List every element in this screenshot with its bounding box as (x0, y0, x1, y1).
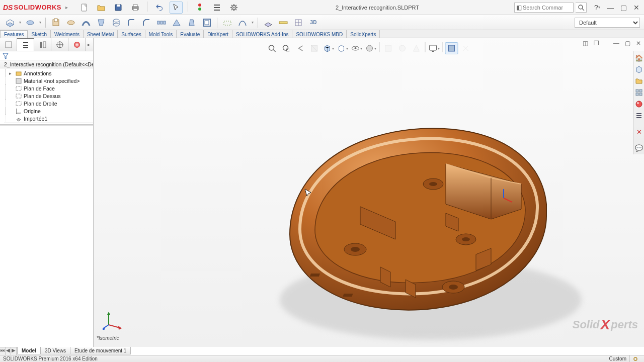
options-button[interactable] (227, 2, 240, 14)
section-view-button[interactable] (308, 42, 321, 54)
tree-node-right-plane[interactable]: Plan de Droite (4, 100, 93, 107)
tree-node-imported[interactable]: Importée1 (4, 115, 93, 122)
bottom-tab-motion-study[interactable]: Etude de mouvement 1 (70, 347, 131, 354)
doc-auto-arrange-button[interactable]: ◫ (580, 38, 591, 48)
swept-boss-button[interactable] (80, 17, 92, 29)
tree-node-annotations[interactable]: ▸Annotations (4, 69, 93, 77)
display-style-button[interactable]: ▾ (336, 42, 349, 54)
curve-button[interactable] (236, 17, 249, 29)
sw-resources-button[interactable]: 🏠 (634, 53, 644, 63)
tab-weldments[interactable]: Weldments (51, 30, 84, 38)
lofted-boss-button[interactable] (95, 17, 107, 29)
view-palette-button[interactable] (634, 87, 644, 98)
fm-tab-property-mgr[interactable] (34, 38, 51, 51)
sw-forum-button[interactable]: 💬 (634, 143, 644, 153)
configuration-selector[interactable]: Default (575, 18, 640, 28)
fm-tab-display[interactable] (0, 38, 17, 51)
rib-button[interactable] (171, 17, 183, 29)
isolate-button[interactable] (445, 42, 458, 54)
tab-mold-tools[interactable]: Mold Tools (145, 30, 177, 38)
solidworks-logo[interactable]: DS SOLIDWORKS (0, 0, 65, 15)
tree-node-origin[interactable]: Origine (4, 107, 93, 115)
measure-button[interactable] (277, 17, 289, 29)
tab-dimxpert[interactable]: DimXpert (204, 30, 232, 38)
tab-sw-addins[interactable]: SOLIDWORKS Add-Ins (232, 30, 292, 38)
tab-surfaces[interactable]: Surfaces (118, 30, 145, 38)
status-cog-button[interactable] (629, 355, 641, 363)
linear-pattern-button[interactable] (155, 17, 168, 29)
fm-tab-appearance[interactable] (68, 38, 86, 51)
logo-flyout-chevron-icon[interactable]: ▸ (65, 5, 70, 10)
select-tool-button[interactable] (170, 2, 183, 14)
window-close-button[interactable]: ✕ (631, 3, 642, 13)
reference-geom-button[interactable] (221, 17, 233, 29)
bottom-tab-model[interactable]: Model (17, 347, 41, 354)
fm-filter-button[interactable] (0, 51, 93, 60)
doc-close-button[interactable]: ✕ (633, 38, 644, 48)
fm-tab-config-mgr[interactable] (51, 38, 68, 51)
doc-cascade-button[interactable]: ❐ (591, 38, 602, 48)
rollback-bar[interactable] (4, 123, 93, 123)
shell-button[interactable] (201, 17, 213, 29)
fm-tabs-more-chevron-icon[interactable]: ▸ (86, 38, 92, 51)
rebuild-list-button[interactable] (210, 2, 223, 14)
tab-features[interactable]: Features (0, 30, 28, 38)
help-button[interactable]: ?▾ (592, 3, 603, 13)
window-restore-button[interactable]: ▢ (618, 3, 629, 13)
print-button[interactable] (129, 2, 142, 14)
revolve-boss-button[interactable] (24, 17, 36, 29)
orientation-triad[interactable] (103, 310, 123, 330)
close-taskpane-button[interactable]: ✕ (634, 127, 644, 137)
file-explorer-button[interactable] (634, 76, 644, 86)
scroll-first-button[interactable]: ⏮ (0, 347, 6, 355)
screen-capture-button[interactable]: ▾ (428, 42, 441, 54)
custom-props-button[interactable] (634, 111, 644, 121)
fm-splitter[interactable] (0, 124, 93, 126)
tab-solidxperts[interactable]: SolidXperts (347, 30, 380, 38)
hud-end-button[interactable] (459, 42, 472, 54)
tab-sheet-metal[interactable]: Sheet Metal (84, 30, 118, 38)
scroll-next-button[interactable]: ▶ (11, 347, 17, 355)
revolved-cut-button[interactable] (65, 17, 77, 29)
hide-show-button[interactable]: ▾ (350, 42, 363, 54)
extruded-cut-button[interactable] (50, 17, 62, 29)
tab-sw-mbd[interactable]: SOLIDWORKS MBD (292, 30, 347, 38)
instant3d-button[interactable] (262, 17, 274, 29)
draft-button[interactable] (186, 17, 198, 29)
tree-node-front-plane[interactable]: Plan de Face (4, 84, 93, 92)
window-minimize-button[interactable]: — (605, 3, 616, 13)
previous-view-button[interactable] (294, 42, 307, 54)
chamfer-button[interactable] (140, 17, 152, 29)
3d-text-button[interactable]: 3D (307, 17, 319, 29)
view-orientation-button[interactable]: ▾ (322, 42, 335, 54)
fm-root-node[interactable]: 2_Interactive recognition (Default<<Defa… (0, 60, 93, 68)
tab-sketch[interactable]: Sketch (28, 30, 51, 38)
new-file-button[interactable] (77, 2, 91, 14)
view-settings-button[interactable] (396, 42, 409, 54)
apply-scene-button[interactable] (382, 42, 395, 54)
appearances-button[interactable] (634, 99, 644, 109)
open-file-button[interactable] (95, 2, 108, 14)
scroll-prev-button[interactable]: ◀ (6, 347, 11, 355)
search-commands-box[interactable]: ◧ (514, 3, 574, 13)
fm-tab-feature-tree[interactable] (17, 38, 34, 51)
fillet-button[interactable] (125, 17, 137, 29)
extrude-boss-button[interactable] (4, 17, 16, 29)
doc-restore-button[interactable]: ▢ (622, 38, 633, 48)
zoom-fit-button[interactable] (266, 42, 279, 54)
bottom-tab-3dviews[interactable]: 3D Views (40, 347, 70, 354)
boundary-boss-button[interactable] (110, 17, 122, 29)
save-button[interactable] (112, 2, 125, 14)
status-units[interactable]: Custom (606, 355, 629, 363)
graphics-viewport[interactable]: ◫ ❐ — ▢ ✕ ▾ ▾ ▾ ▾ ▾ (94, 38, 644, 347)
freeze-bar-button[interactable] (292, 17, 304, 29)
tab-evaluate[interactable]: Evaluate (177, 30, 204, 38)
tree-node-top-plane[interactable]: Plan de Dessus (4, 92, 93, 100)
doc-minimize-button[interactable]: — (611, 38, 622, 48)
search-input[interactable] (523, 4, 563, 12)
render-button[interactable] (410, 42, 423, 54)
edit-appearance-button[interactable]: ▾ (364, 42, 377, 54)
search-submit-button[interactable] (576, 3, 587, 13)
expand-chevron-icon[interactable]: ▸ (9, 71, 14, 76)
rebuild-traffic-button[interactable] (193, 2, 206, 14)
